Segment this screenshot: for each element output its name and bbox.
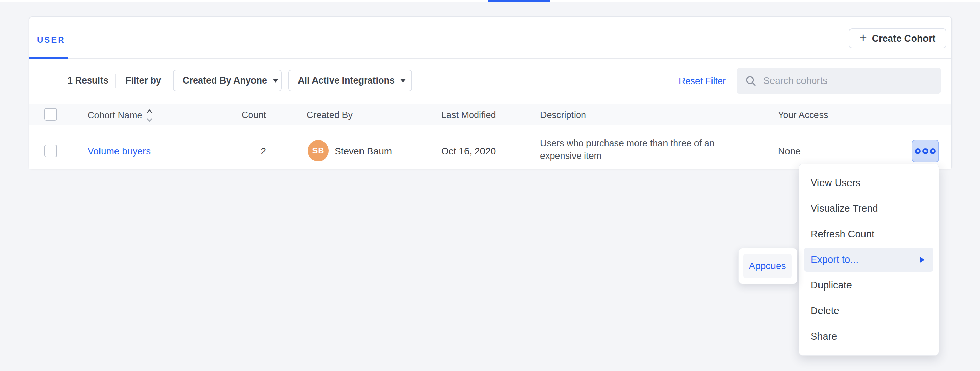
filter-by-label: Filter by xyxy=(126,75,161,86)
filter-divider xyxy=(115,74,116,88)
tab-bar: USER + Create Cohort xyxy=(29,17,951,59)
access-value: None xyxy=(778,146,801,157)
cohorts-card: USER + Create Cohort 1 Results Filter by… xyxy=(29,16,952,169)
row-actions-menu: View Users Visualize Trend Refresh Count… xyxy=(799,164,939,356)
create-cohort-button[interactable]: + Create Cohort xyxy=(849,28,946,48)
submenu-item-appcues[interactable]: Appcues xyxy=(743,254,792,278)
more-actions-button[interactable] xyxy=(912,140,939,162)
column-header-cohort-name[interactable]: Cohort Name xyxy=(88,110,152,121)
more-icon xyxy=(923,148,928,154)
search-icon xyxy=(745,75,756,87)
menu-item-view-users[interactable]: View Users xyxy=(799,170,939,196)
reset-filter-link[interactable]: Reset Filter xyxy=(679,76,726,87)
chevron-down-icon xyxy=(273,79,279,83)
menu-item-share[interactable]: Share xyxy=(799,323,939,349)
sort-asc-chevron xyxy=(146,110,152,116)
sort-icon xyxy=(147,110,152,121)
description-line-1: Users who purchase more than three of an xyxy=(540,137,714,150)
column-header-created-by: Created By xyxy=(307,110,353,120)
last-modified-value: Oct 16, 2020 xyxy=(441,146,496,157)
top-nav-border xyxy=(0,2,980,2)
table-header-row: Cohort Name Count Created By Last Modifi… xyxy=(29,103,951,126)
menu-item-visualize-trend[interactable]: Visualize Trend xyxy=(799,196,939,221)
created-by-filter-dropdown[interactable]: Created By Anyone xyxy=(173,70,282,91)
table-row: Volume buyers 2 SB Steven Baum Oct 16, 2… xyxy=(29,126,951,169)
menu-item-refresh-count[interactable]: Refresh Count xyxy=(799,221,939,247)
column-header-your-access: Your Access xyxy=(778,110,828,120)
column-header-count: Count xyxy=(240,110,266,120)
integrations-filter-dropdown[interactable]: All Active Integrations xyxy=(288,70,412,91)
created-by-filter-value: Created By Anyone xyxy=(183,75,267,86)
description-value: Users who purchase more than three of an… xyxy=(540,137,714,162)
description-line-2: expensive item xyxy=(540,150,714,162)
more-icon xyxy=(930,148,936,154)
integrations-filter-value: All Active Integrations xyxy=(298,75,395,86)
select-all-checkbox[interactable] xyxy=(44,108,57,121)
results-count: 1 Results xyxy=(67,75,108,86)
search-input[interactable] xyxy=(763,75,934,86)
tab-user-label: USER xyxy=(37,35,65,45)
plus-icon: + xyxy=(860,32,867,44)
arrow-right-icon xyxy=(920,257,924,263)
avatar-initials: SB xyxy=(312,146,324,156)
create-cohort-label: Create Cohort xyxy=(872,33,936,44)
search-box[interactable] xyxy=(737,67,941,94)
column-header-last-modified: Last Modified xyxy=(441,110,496,120)
chevron-down-icon xyxy=(400,79,406,83)
cohort-count-value: 2 xyxy=(240,146,266,157)
cohort-name-header-label: Cohort Name xyxy=(88,110,142,121)
avatar: SB xyxy=(308,140,329,161)
tab-active-underline xyxy=(29,57,68,59)
more-icon xyxy=(915,148,921,154)
column-header-description: Description xyxy=(540,110,586,120)
export-to-label: Export to... xyxy=(811,254,858,265)
row-checkbox[interactable] xyxy=(44,145,57,157)
created-by-name: Steven Baum xyxy=(335,146,392,157)
cohort-name-link[interactable]: Volume buyers xyxy=(88,146,151,157)
menu-item-duplicate[interactable]: Duplicate xyxy=(799,272,939,298)
sort-desc-chevron xyxy=(146,116,152,122)
export-submenu: Appcues xyxy=(738,248,797,284)
menu-item-delete[interactable]: Delete xyxy=(799,298,939,323)
menu-item-export-to[interactable]: Export to... xyxy=(804,248,933,272)
tab-user[interactable]: USER xyxy=(29,17,68,59)
